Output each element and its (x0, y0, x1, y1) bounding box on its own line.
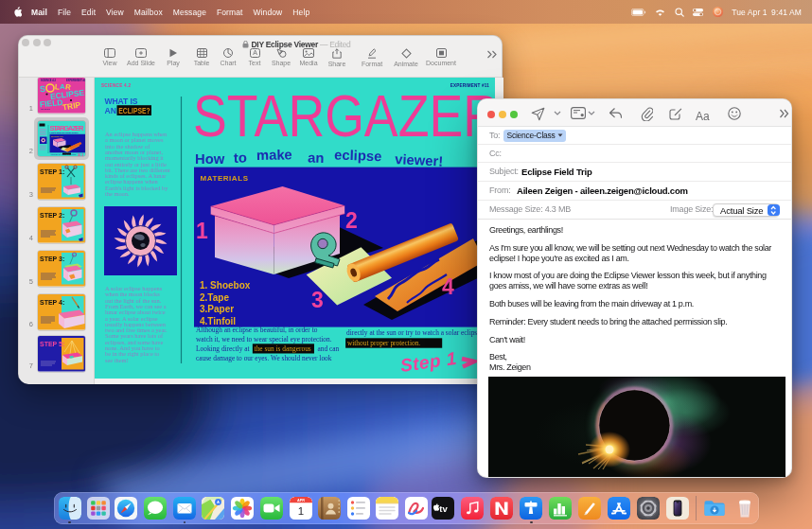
svg-text:STEP 3:: STEP 3: (40, 256, 64, 262)
svg-text:to: to (234, 150, 248, 166)
svg-text:1: 1 (196, 219, 208, 243)
svg-text:the moon.: the moon. (105, 190, 130, 197)
svg-text:WHAT IS: WHAT IS (105, 97, 138, 106)
svg-text:How: How (195, 151, 225, 167)
svg-text:watch it, we need to wear spec: watch it, we need to wear special eye pr… (196, 335, 332, 344)
svg-text:3: 3 (311, 288, 324, 312)
svg-text:eclipse: eclipse (334, 148, 382, 165)
svg-text:SCIENCE 4.2: SCIENCE 4.2 (101, 83, 132, 88)
svg-text:viewer!: viewer! (395, 151, 444, 169)
svg-text:4: 4 (442, 274, 454, 299)
svg-text:Although an eclipse is beautif: Although an eclipse is beautiful, in ord… (196, 326, 317, 335)
svg-text:St 1: St 1 (78, 152, 83, 156)
svg-text:see them!: see them! (105, 357, 129, 363)
svg-text:the sun is dangerous: the sun is dangerous (255, 344, 311, 354)
svg-text:A: A (253, 49, 257, 56)
svg-text:How to make an eclipse viewer!: How to make an eclipse viewer! (50, 131, 79, 133)
svg-text:MATERIALS: MATERIALS (51, 135, 63, 137)
svg-text:3.Paper: 3.Paper (200, 304, 234, 314)
svg-text:STEP 2:: STEP 2: (40, 212, 64, 219)
svg-text:AN: AN (105, 106, 116, 115)
svg-text:STEP 5:: STEP 5: (40, 341, 64, 347)
svg-text:cause damage to our eyes. We s: cause damage to our eyes. We should neve… (196, 354, 332, 363)
svg-text:2: 2 (345, 208, 358, 233)
svg-text:an: an (308, 150, 325, 167)
svg-text:make: make (256, 147, 292, 163)
svg-text:SCIENCE 4.2: SCIENCE 4.2 (41, 79, 56, 82)
svg-text:4.Tinfoil: 4.Tinfoil (200, 316, 236, 326)
svg-text:STARGAZER: STARGAZER (193, 81, 495, 148)
svg-text:1. Shoebox: 1. Shoebox (200, 280, 251, 291)
svg-text:1: 1 (297, 505, 303, 517)
svg-text:MATERIALS: MATERIALS (201, 174, 249, 183)
svg-text:without proper protection.: without proper protection. (347, 339, 420, 348)
svg-text:2.Tape: 2.Tape (200, 292, 229, 303)
svg-text:tv: tv (439, 503, 448, 514)
svg-text:APR: APR (296, 499, 304, 503)
svg-text:STEP 1:: STEP 1: (40, 168, 64, 175)
svg-text:ECLIPSE?: ECLIPSE? (118, 106, 150, 115)
svg-text:STEP 4:: STEP 4: (40, 299, 64, 306)
svg-text:and can: and can (317, 344, 339, 354)
svg-text:S: S (40, 84, 46, 94)
svg-text:directly at the sun or try to: directly at the sun or try to watch a so… (346, 328, 481, 338)
svg-text:Mrs Zeigen: Mrs Zeigen (41, 108, 50, 110)
svg-text:Looking directly at: Looking directly at (196, 344, 250, 354)
